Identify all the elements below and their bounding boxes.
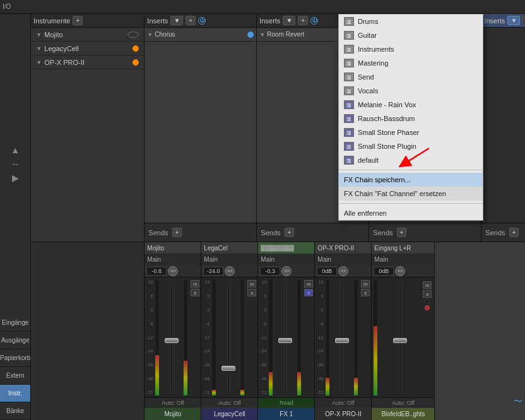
legacycell-s-btn[interactable]: s: [247, 289, 256, 296]
mojito-fader-track[interactable]: [170, 281, 173, 394]
dropdown-separator-1: [339, 170, 483, 170]
dropdown-fx-chain-save[interactable]: FX Chain speichern...: [339, 173, 483, 187]
sidebar-item-instr[interactable]: Instr.: [0, 385, 30, 402]
left-sidebar: ▲ ↔ ▶ Eingänge Ausgänge Papierkorb Exter…: [0, 14, 31, 420]
inserts-power-2[interactable]: ⏻: [310, 17, 318, 25]
legacycell-fader-track[interactable]: [227, 281, 230, 394]
opx-s-btn[interactable]: s: [361, 289, 370, 296]
eingang-s-btn[interactable]: s: [423, 290, 432, 298]
mojito-power[interactable]: [127, 32, 139, 38]
dropdown-send[interactable]: ▥ Send: [339, 70, 483, 84]
fx1-pan[interactable]: <>: [281, 266, 292, 276]
opx-fader-track[interactable]: [341, 281, 343, 394]
mojito-controls: m s: [189, 277, 201, 397]
inserts-label-4: Inserts: [484, 17, 505, 25]
opx-power[interactable]: [133, 59, 139, 66]
legacycell-db-labels: 10 6 0 -6 -12 -24 -36 -48 -72: [201, 277, 210, 397]
dropdown-default[interactable]: ▥ default: [339, 153, 483, 167]
legacycell-arrow: ▼: [36, 45, 42, 52]
sidebar-item-banke[interactable]: Bänke: [0, 402, 30, 420]
chorus-power[interactable]: [247, 32, 254, 38]
legacycell-power[interactable]: [133, 45, 139, 52]
legacycell-fader-thumb[interactable]: [221, 366, 235, 371]
dropdown-small-stone-phaser[interactable]: ▥ Small Stone Phaser: [339, 125, 483, 139]
eingang-fader-area: m s 〜: [372, 277, 434, 397]
eingang-controls: m s: [422, 279, 433, 396]
eingang-vol-row: 0dB <>: [372, 265, 434, 277]
fx1-fader-track[interactable]: [284, 281, 286, 394]
mojito-arrow: ▼: [36, 32, 42, 38]
dropdown-separator-2: [339, 203, 483, 204]
ch3-sends-add[interactable]: +: [397, 228, 407, 237]
dropdown-drums[interactable]: ▥ Drums: [339, 15, 483, 28]
opx-m-btn[interactable]: m: [361, 280, 370, 288]
fx1-s-btn[interactable]: s: [304, 289, 313, 296]
ch4-sends-add[interactable]: +: [509, 228, 519, 237]
legacycell-label-bottom: LegacyCell: [201, 407, 257, 420]
instrument-legacycell[interactable]: ▼ LegacyCell: [31, 42, 144, 55]
fx1-m-btn[interactable]: m: [304, 280, 313, 288]
inserts-menu-4[interactable]: ▼: [507, 16, 520, 25]
dropdown-melanie[interactable]: ▥ Melanie - Rain Vox: [339, 98, 483, 112]
opx-label: OP-X PRO-II: [44, 59, 85, 66]
sidebar-item-papierkorb[interactable]: Papierkorb: [0, 349, 30, 367]
eingang-fader-thumb[interactable]: [393, 338, 407, 343]
inserts-menu-2[interactable]: ▼: [283, 16, 295, 25]
inserts-add-2[interactable]: +: [298, 16, 308, 25]
dropdown-rausch[interactable]: ▥ Rausch-Bassdrum: [339, 112, 483, 125]
wave-icon: 〜: [514, 396, 522, 407]
dropdown-fx-chain-replace[interactable]: FX Chain "Fat Channel" ersetzen: [339, 187, 483, 201]
eingang-meter-l: [373, 279, 378, 396]
eingang-pan[interactable]: <>: [395, 266, 405, 276]
arrow-right-icon[interactable]: ▶: [12, 173, 19, 183]
eingang-dot-2: [425, 305, 430, 310]
opx-fader-col: [331, 279, 352, 396]
melanie-icon: ▥: [344, 100, 354, 109]
inserts-add-4[interactable]: +: [522, 16, 525, 25]
mojito-pan[interactable]: <>: [168, 266, 178, 276]
eingang-m-btn[interactable]: m: [423, 281, 432, 289]
sidebar-item-eingange[interactable]: Eingänge: [0, 314, 30, 332]
inserts-power-1[interactable]: ⏻: [198, 17, 206, 25]
mojito-fader-col: [161, 279, 182, 396]
opx-fader-thumb[interactable]: [335, 338, 349, 343]
fx1-fader-thumb[interactable]: [278, 338, 292, 343]
dropdown-guitar[interactable]: ▥ Guitar: [339, 28, 483, 42]
arrow-left-right-icon[interactable]: ↔: [11, 159, 20, 169]
dropdown-mastering[interactable]: ▥ Mastering: [339, 56, 483, 70]
room-sends-add[interactable]: +: [285, 228, 295, 237]
chorus-label: Chorus: [155, 31, 175, 38]
arrow-up-icon[interactable]: ▲: [11, 145, 20, 155]
fx1-vol-display: -0.3: [260, 267, 280, 276]
mojito-fader-thumb[interactable]: [165, 338, 179, 343]
mojito-m-btn[interactable]: m: [191, 280, 199, 288]
sidebar-item-ausgange[interactable]: Ausgänge: [0, 332, 30, 349]
legacycell-pan[interactable]: <>: [225, 266, 235, 276]
io-section: I/O: [3, 3, 40, 10]
dropdown-alle-entfernen[interactable]: Alle entfernen: [339, 206, 483, 220]
fx1-controls: m s: [303, 277, 314, 397]
chorus-arrow: ▼: [147, 32, 153, 38]
dropdown-vocals[interactable]: ▥ Vocals: [339, 84, 483, 98]
opx-pan[interactable]: <>: [338, 266, 348, 276]
inserts-menu-1[interactable]: ▼: [170, 16, 183, 25]
chorus-sends-add[interactable]: +: [172, 228, 182, 237]
instrument-opx[interactable]: ▼ OP-X PRO-II: [31, 55, 144, 69]
fx1-auto: Read: [258, 397, 314, 407]
inserts-add-1[interactable]: +: [186, 16, 196, 25]
mojito-s-btn[interactable]: s: [191, 289, 199, 296]
fx1-meter-fader: [267, 277, 303, 397]
dropdown-instruments[interactable]: ▥ Instruments: [339, 42, 483, 56]
dropdown-menu[interactable]: ▥ Drums ▥ Guitar ▥ Instruments ▥ Masteri…: [338, 14, 483, 221]
fx1-name: ▓▓▓▓▓▓▓▓: [258, 242, 314, 254]
dropdown-small-stone-plugin[interactable]: ▥ Small Stone Plugin: [339, 139, 483, 153]
bottom-channels: Mojito Main -0.8 <> 10 6: [31, 242, 525, 420]
sidebar-item-extern[interactable]: Extern: [0, 367, 30, 385]
eingang-fader-track[interactable]: [399, 281, 401, 394]
mojito-vol-display: -0.8: [146, 267, 167, 276]
inserts-label-2: Inserts: [259, 17, 280, 25]
legacycell-m-btn[interactable]: m: [247, 280, 256, 288]
chorus-plugin[interactable]: ▼ Chorus: [145, 28, 256, 42]
add-instrument-button[interactable]: +: [73, 16, 83, 25]
instrument-mojito[interactable]: ▼ Mojito: [31, 28, 144, 42]
